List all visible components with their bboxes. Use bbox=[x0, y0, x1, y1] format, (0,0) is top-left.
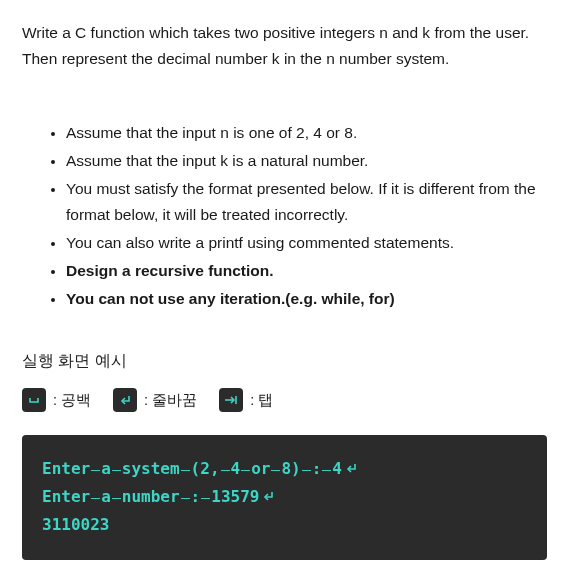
space-icon bbox=[181, 498, 190, 499]
space-icon bbox=[91, 498, 100, 499]
legend-space: : 공백 bbox=[22, 388, 91, 412]
space-icon bbox=[112, 498, 121, 499]
newline-icon bbox=[113, 388, 137, 412]
requirement-item: You must satisfy the format presented be… bbox=[66, 176, 547, 228]
requirement-item: You can also write a printf using commen… bbox=[66, 230, 547, 256]
space-icon bbox=[22, 388, 46, 412]
legend-tab: : 탭 bbox=[219, 388, 273, 412]
space-icon bbox=[271, 470, 280, 471]
requirement-item: Design a recursive function. bbox=[66, 258, 547, 284]
legend-newline-label: : 줄바꿈 bbox=[144, 388, 197, 412]
space-icon bbox=[112, 470, 121, 471]
space-icon bbox=[322, 470, 331, 471]
code-example-block: Enterasystem(2,4or8):4 Enteranumber:1357… bbox=[22, 435, 547, 560]
requirement-item: Assume that the input n is one of 2, 4 o… bbox=[66, 120, 547, 146]
space-icon bbox=[181, 470, 190, 471]
legend-newline: : 줄바꿈 bbox=[113, 388, 197, 412]
code-line-2: Enteranumber:13579 bbox=[42, 483, 527, 511]
space-icon bbox=[201, 498, 210, 499]
example-section-title: 실행 화면 예시 bbox=[22, 348, 547, 374]
space-icon bbox=[302, 470, 311, 471]
newline-icon bbox=[344, 456, 358, 483]
legend-row: : 공백 : 줄바꿈 : 탭 bbox=[22, 388, 547, 412]
requirement-item: You can not use any iteration.(e.g. whil… bbox=[66, 286, 547, 312]
requirements-list: Assume that the input n is one of 2, 4 o… bbox=[22, 120, 547, 312]
legend-tab-label: : 탭 bbox=[250, 388, 273, 412]
code-line-3: 3110023 bbox=[42, 511, 527, 538]
legend-space-label: : 공백 bbox=[53, 388, 91, 412]
newline-icon bbox=[261, 484, 275, 511]
code-line-1: Enterasystem(2,4or8):4 bbox=[42, 455, 527, 483]
space-icon bbox=[221, 470, 230, 471]
problem-intro: Write a C function which takes two posit… bbox=[22, 20, 547, 72]
tab-icon bbox=[219, 388, 243, 412]
space-icon bbox=[91, 470, 100, 471]
space-icon bbox=[241, 470, 250, 471]
requirement-item: Assume that the input k is a natural num… bbox=[66, 148, 547, 174]
